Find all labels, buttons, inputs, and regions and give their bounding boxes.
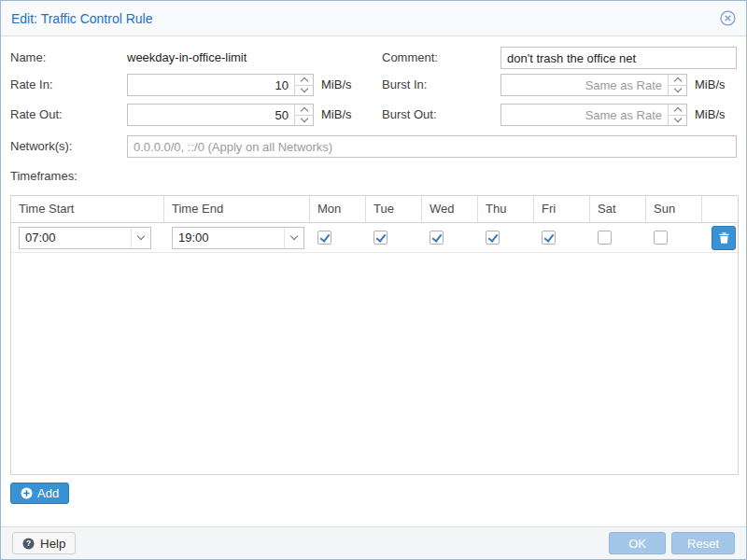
col-header-mon[interactable]: Mon xyxy=(310,196,366,222)
window-header: Edit: Traffic Control Rule xyxy=(1,1,746,36)
spinner-down-icon[interactable] xyxy=(669,86,686,96)
spinner-down-icon[interactable] xyxy=(295,86,313,96)
spinner-down-icon[interactable] xyxy=(669,116,686,126)
burst-out-spinner xyxy=(668,105,686,125)
burst-out-unit: MiB/s xyxy=(695,107,726,121)
col-header-sat[interactable]: Sat xyxy=(590,196,646,222)
rate-out-input[interactable] xyxy=(128,105,313,125)
col-header-sun[interactable]: Sun xyxy=(646,196,702,222)
burst-in-unit: MiB/s xyxy=(695,77,726,91)
rate-out-field xyxy=(127,104,314,126)
chevron-down-icon[interactable] xyxy=(131,228,150,248)
name-value: weekday-in-office-limit xyxy=(127,50,247,64)
question-circle-icon: ? xyxy=(22,538,35,550)
burst-out-label: Burst Out: xyxy=(382,107,437,121)
fri-cell xyxy=(534,231,590,245)
rate-out-label: Rate Out: xyxy=(10,107,63,121)
add-button[interactable]: Add xyxy=(10,483,69,504)
footer-bar: ? Help OK Reset xyxy=(1,526,746,559)
delete-row-button[interactable] xyxy=(712,226,736,250)
spinner-down-icon[interactable] xyxy=(295,116,313,126)
grid-header-row: Time Start Time End Mon Tue Wed Thu Fri … xyxy=(11,196,738,223)
ok-button[interactable]: OK xyxy=(609,532,666,554)
networks-input[interactable] xyxy=(128,136,736,157)
checkbox-sun[interactable] xyxy=(654,231,668,245)
reset-button[interactable]: Reset xyxy=(671,532,735,554)
chevron-down-icon[interactable] xyxy=(284,228,303,248)
checkbox-tue[interactable] xyxy=(374,231,388,245)
burst-in-field xyxy=(500,74,687,96)
time-start-value: 07:00 xyxy=(25,231,131,245)
timeframes-grid: Time Start Time End Mon Tue Wed Thu Fri … xyxy=(10,195,739,475)
col-header-tue[interactable]: Tue xyxy=(366,196,422,222)
checkbox-sat[interactable] xyxy=(598,231,612,245)
actions-cell xyxy=(702,226,738,250)
name-label: Name: xyxy=(10,50,46,64)
help-button-label: Help xyxy=(40,537,65,551)
checkbox-fri[interactable] xyxy=(542,231,556,245)
timeframe-row[interactable]: 07:00 19:00 xyxy=(11,223,738,253)
time-end-value: 19:00 xyxy=(178,231,284,245)
col-header-actions xyxy=(702,196,738,222)
burst-in-label: Burst In: xyxy=(382,77,427,91)
tue-cell xyxy=(366,231,422,245)
rate-in-input[interactable] xyxy=(128,75,313,95)
col-header-thu[interactable]: Thu xyxy=(478,196,534,222)
networks-label: Network(s): xyxy=(10,139,72,153)
close-icon xyxy=(720,10,736,26)
comment-field xyxy=(500,47,737,69)
burst-out-field xyxy=(500,104,687,126)
time-end-cell: 19:00 xyxy=(164,227,310,249)
burst-in-spinner xyxy=(668,75,686,95)
networks-field xyxy=(127,135,737,158)
sun-cell xyxy=(646,231,702,245)
col-header-time-end[interactable]: Time End xyxy=(164,196,310,222)
rate-in-spinner xyxy=(294,75,313,95)
footer-actions: OK Reset xyxy=(609,532,735,554)
rate-in-field xyxy=(127,74,314,96)
mon-cell xyxy=(310,231,366,245)
checkbox-mon[interactable] xyxy=(317,231,331,245)
col-header-wed[interactable]: Wed xyxy=(422,196,478,222)
dialog-title: Edit: Traffic Control Rule xyxy=(11,11,152,26)
burst-in-input[interactable] xyxy=(501,75,686,95)
rate-out-spinner xyxy=(294,105,313,125)
close-button[interactable] xyxy=(720,10,736,26)
time-end-combo[interactable]: 19:00 xyxy=(172,227,304,249)
rate-in-label: Rate In: xyxy=(10,77,53,91)
burst-out-input[interactable] xyxy=(501,105,686,125)
help-button[interactable]: ? Help xyxy=(12,532,76,554)
thu-cell xyxy=(478,231,534,245)
time-start-cell: 07:00 xyxy=(11,227,164,249)
comment-input[interactable] xyxy=(501,48,736,68)
wed-cell xyxy=(422,231,478,245)
rate-in-unit: MiB/s xyxy=(321,77,352,91)
plus-circle-icon xyxy=(21,487,33,499)
checkbox-thu[interactable] xyxy=(486,231,500,245)
add-button-label: Add xyxy=(37,486,59,500)
col-header-fri[interactable]: Fri xyxy=(534,196,590,222)
checkbox-wed[interactable] xyxy=(430,231,444,245)
svg-text:?: ? xyxy=(26,539,31,548)
comment-label: Comment: xyxy=(382,50,438,64)
rate-out-unit: MiB/s xyxy=(321,107,352,121)
time-start-combo[interactable]: 07:00 xyxy=(19,227,151,249)
col-header-time-start[interactable]: Time Start xyxy=(11,196,164,222)
timeframes-label: Timeframes: xyxy=(10,169,78,183)
sat-cell xyxy=(590,231,646,245)
trash-icon xyxy=(719,232,729,244)
